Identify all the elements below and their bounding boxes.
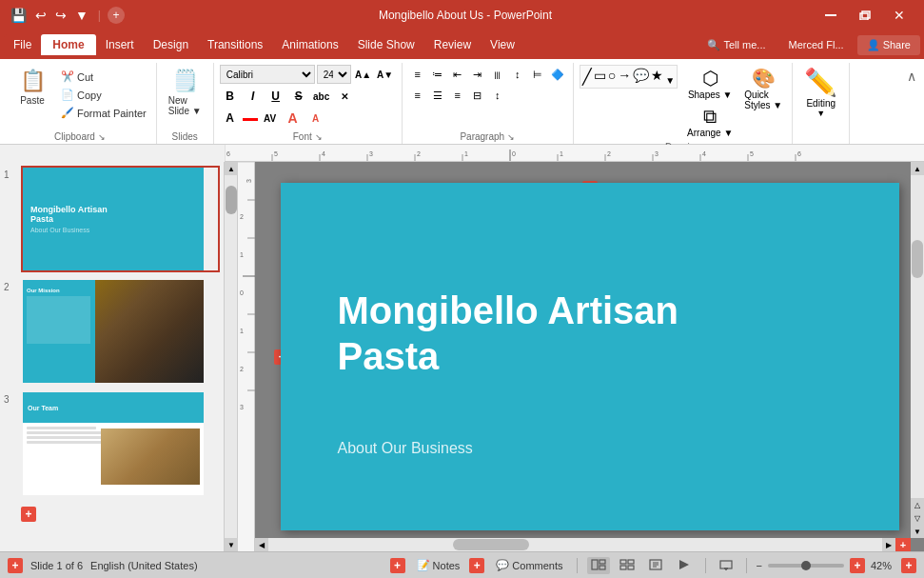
add-notes-button[interactable]: + (390, 558, 405, 573)
align-text-button[interactable]: ⊨ (528, 65, 547, 84)
vscroll-thumb[interactable] (912, 240, 923, 278)
convert-smartart-button[interactable]: 🔷 (548, 65, 567, 84)
char-spacing-button[interactable]: AV (260, 109, 281, 128)
decrease-font-button[interactable]: A▼ (375, 65, 396, 84)
font-size-a2-button[interactable]: A (305, 109, 326, 128)
add-slide-bottom-button[interactable]: + (4, 503, 220, 526)
slide-sorter-button[interactable] (616, 557, 639, 574)
new-button[interactable]: + (108, 7, 125, 24)
menu-insert[interactable]: Insert (96, 34, 144, 55)
slide-canvas[interactable]: Mongibello Artisan Pasta About Our Busin… (281, 183, 899, 530)
canvas-area[interactable]: + + Mongibello Artisan Pasta About Our B… (255, 162, 924, 551)
menu-file[interactable]: File (4, 34, 41, 55)
menu-share[interactable]: 👤 Share (857, 35, 920, 55)
new-slide-button[interactable]: 🗒️ NewSlide ▼ (163, 65, 207, 120)
font-size-select[interactable]: 24 (317, 65, 351, 84)
redo-icon[interactable]: ↪ (52, 6, 69, 25)
numbering-button[interactable]: ≔ (428, 65, 447, 84)
bullets-button[interactable]: ≡ (408, 65, 427, 84)
editing-button[interactable]: ✏️ Editing ▼ (798, 65, 843, 120)
undo-icon[interactable]: ↩ (32, 6, 49, 25)
shape-star[interactable]: ★ (651, 68, 663, 86)
comments-button[interactable]: 💬 Comments (492, 557, 566, 573)
slide-main-title[interactable]: Mongibello Artisan Pasta (338, 288, 679, 379)
clear-format-button[interactable]: ✕ (334, 87, 355, 106)
close-button[interactable]: ✕ (882, 0, 916, 30)
arrange-button[interactable]: ⧉ Arrange ▼ (683, 104, 737, 140)
paragraph-expand-icon[interactable]: ↘ (507, 132, 515, 142)
shape-line[interactable]: ╱ (582, 68, 592, 86)
align-center-button[interactable]: ☰ (428, 86, 447, 105)
format-painter-button[interactable]: 🖌️ Format Painter (57, 105, 150, 121)
add-zoom-button[interactable]: + (850, 558, 865, 573)
slide-thumb-2[interactable]: 2 Our Mission (4, 278, 220, 385)
menu-slide-show[interactable]: Slide Show (348, 34, 424, 55)
screen-fit-button[interactable] (716, 557, 737, 574)
clipboard-expand-icon[interactable]: ↘ (98, 132, 106, 142)
slide-main-subtitle[interactable]: About Our Business (338, 440, 473, 457)
hscroll-corner-add[interactable]: + (895, 538, 911, 551)
shapes-button[interactable]: ⬡ Shapes ▼ (683, 65, 737, 102)
minimize-button[interactable] (814, 0, 848, 30)
notes-button[interactable]: 📝 Notes (413, 557, 464, 573)
slide-image-1[interactable]: Mongibello ArtisanPasta About Our Busine… (21, 166, 220, 272)
strikethrough-button[interactable]: S (288, 87, 309, 106)
font-size-a-button[interactable]: A (283, 109, 304, 128)
cut-button[interactable]: ✂️ Cut (57, 69, 150, 85)
justify-button[interactable]: ⊟ (468, 86, 487, 105)
shape-arrow[interactable]: → (618, 68, 631, 86)
editing-dropdown-arrow[interactable]: ▼ (816, 109, 825, 118)
underline-button[interactable]: U (265, 87, 286, 106)
ribbon-collapse-button[interactable]: ∧ (903, 67, 920, 86)
vscroll-up[interactable]: ▲ (911, 162, 924, 175)
increase-font-button[interactable]: A▲ (353, 65, 374, 84)
quick-styles-button[interactable]: 🎨 QuickStyles ▼ (740, 65, 786, 112)
align-left-button[interactable]: ≡ (408, 86, 427, 105)
status-corner-add[interactable]: + (901, 558, 916, 573)
shape-callout[interactable]: 💬 (633, 68, 649, 86)
hscroll-thumb[interactable] (453, 539, 529, 550)
zoom-out-button[interactable]: − (757, 560, 762, 571)
vscroll-page-dn[interactable]: ▽ (911, 511, 924, 525)
text-direction-button[interactable]: ↕ (508, 65, 527, 84)
zoom-thumb[interactable] (801, 561, 811, 570)
zoom-slider[interactable] (768, 564, 844, 568)
italic-button[interactable]: I (243, 87, 264, 106)
scroll-up-button[interactable]: ▲ (225, 162, 238, 175)
menu-account[interactable]: Merced Fl... (779, 35, 854, 54)
shape-rect[interactable]: ▭ (594, 68, 606, 86)
shapes-more-button[interactable]: ▼ (665, 75, 675, 86)
menu-animations[interactable]: Animations (272, 34, 347, 55)
hscroll-left[interactable]: ◀ (255, 538, 268, 551)
slide-image-2[interactable]: Our Mission (21, 278, 220, 385)
vscroll-down[interactable]: ▼ (911, 525, 924, 538)
slideshow-button[interactable] (673, 557, 696, 574)
vscroll-page-up[interactable]: △ (911, 498, 924, 511)
menu-home[interactable]: Home (41, 34, 95, 55)
save-icon[interactable]: 💾 (8, 6, 29, 25)
decrease-indent-button[interactable]: ⇤ (448, 65, 467, 84)
align-right-button[interactable]: ≡ (448, 86, 467, 105)
bold-button[interactable]: B (220, 87, 241, 106)
restore-button[interactable] (848, 0, 882, 30)
customize-qat-icon[interactable]: ▼ (72, 6, 91, 25)
menu-review[interactable]: Review (424, 34, 481, 55)
scroll-down-button[interactable]: ▼ (225, 538, 238, 551)
font-color-button[interactable]: A (220, 109, 241, 128)
line-spacing-button[interactable]: ↕ (488, 86, 507, 105)
menu-view[interactable]: View (481, 34, 524, 55)
font-expand-icon[interactable]: ↘ (315, 132, 323, 142)
reading-view-button[interactable] (644, 557, 667, 574)
add-section-button[interactable]: + (8, 558, 23, 573)
paste-button[interactable]: 📋 Paste (11, 65, 53, 110)
copy-button[interactable]: 📄 Copy (57, 87, 150, 103)
slide-image-3[interactable]: Our Team (21, 390, 220, 497)
scroll-thumb[interactable] (226, 186, 237, 214)
menu-transitions[interactable]: Transitions (198, 34, 272, 55)
menu-design[interactable]: Design (144, 34, 198, 55)
shape-circle[interactable]: ○ (608, 68, 616, 86)
columns-button[interactable]: ⫼ (488, 65, 507, 84)
normal-view-button[interactable] (587, 557, 610, 574)
shadow-button[interactable]: abc (311, 87, 332, 106)
font-name-select[interactable]: Calibri (220, 65, 315, 84)
